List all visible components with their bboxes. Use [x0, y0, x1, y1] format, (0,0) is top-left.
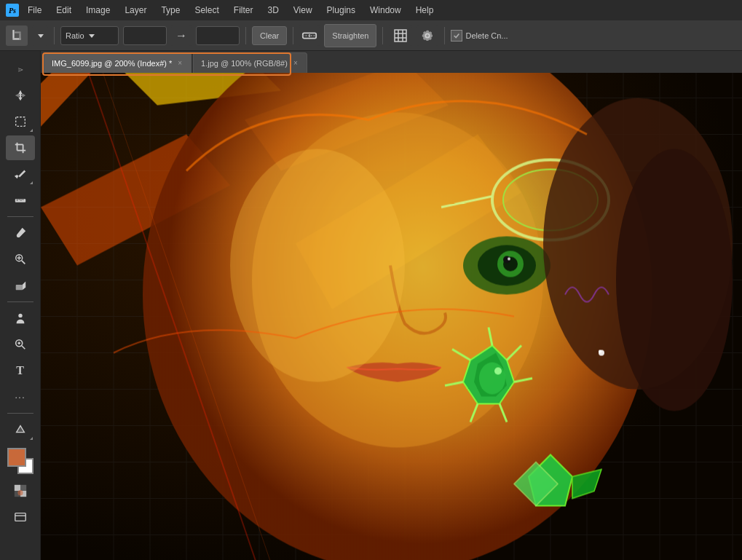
- screen-mode-btn[interactable]: [6, 505, 35, 529]
- crop-tool-btn[interactable]: [6, 25, 28, 46]
- canvas-content: [41, 73, 742, 560]
- svg-rect-36: [14, 485, 20, 491]
- menu-file[interactable]: File: [22, 4, 47, 17]
- marquee-tool[interactable]: [6, 109, 35, 134]
- menu-type[interactable]: Type: [155, 4, 186, 17]
- separator-5: [444, 27, 445, 44]
- svg-rect-10: [395, 30, 406, 42]
- tab-1jpg-close[interactable]: ×: [292, 58, 299, 68]
- svg-point-95: [494, 368, 502, 375]
- svg-rect-37: [20, 485, 26, 491]
- menu-help[interactable]: Help: [410, 4, 440, 17]
- menu-edit[interactable]: Edit: [50, 4, 77, 17]
- svg-rect-29: [15, 285, 22, 290]
- more-tools[interactable]: ···: [6, 384, 35, 409]
- separator-1: [54, 27, 55, 44]
- eyedropper-tool[interactable]: [6, 162, 35, 186]
- delete-content-label: Delete Cn...: [465, 31, 508, 40]
- tab-bar: IMG_6099.jpg @ 200% (Index#) * × 1.jpg @…: [41, 51, 742, 73]
- svg-line-33: [21, 346, 25, 350]
- level-icon-btn[interactable]: [299, 25, 320, 46]
- grid-overlay-btn[interactable]: [389, 25, 412, 46]
- width-input[interactable]: [123, 26, 167, 45]
- main-area: ⋗: [0, 51, 742, 560]
- svg-rect-2: [19, 33, 20, 39]
- svg-point-27: [17, 235, 20, 238]
- tab-1jpg-label: 1.jpg @ 100% (RGB/8#): [201, 59, 288, 68]
- svg-rect-41: [15, 513, 25, 521]
- svg-point-88: [508, 258, 510, 261]
- brush-tool[interactable]: [6, 221, 35, 245]
- crop-options-dropdown[interactable]: [32, 25, 48, 46]
- color-swatches: [7, 448, 33, 474]
- zoom-tool[interactable]: [6, 332, 35, 357]
- menu-view[interactable]: View: [288, 4, 318, 17]
- svg-rect-17: [15, 117, 25, 127]
- left-toolbar: ⋗: [0, 51, 41, 560]
- tool-separator-2: [7, 301, 33, 302]
- crop-tool[interactable]: [6, 135, 35, 160]
- straighten-button[interactable]: Straighten: [324, 24, 376, 47]
- canvas-svg: [41, 73, 742, 560]
- menu-select[interactable]: Select: [189, 4, 224, 17]
- tab-img6099[interactable]: IMG_6099.jpg @ 200% (Index#) * ×: [44, 52, 192, 73]
- svg-point-108: [230, 149, 405, 382]
- delete-content-checkbox[interactable]: [451, 30, 462, 42]
- canvas-area: IMG_6099.jpg @ 200% (Index#) * × 1.jpg @…: [41, 51, 742, 560]
- svg-marker-4: [38, 34, 44, 38]
- eraser-tool[interactable]: [6, 273, 35, 298]
- tab-1jpg[interactable]: 1.jpg @ 100% (RGB/8#) ×: [193, 52, 307, 73]
- ratio-dropdown[interactable]: Ratio: [60, 26, 119, 45]
- svg-rect-3: [15, 31, 21, 33]
- clear-button[interactable]: Clear: [252, 26, 287, 45]
- options-toolbar: Ratio → Clear Straighten: [0, 20, 742, 51]
- delete-content-area: Delete Cn...: [451, 30, 508, 42]
- tab-img6099-label: IMG_6099.jpg @ 200% (Index#) *: [52, 59, 172, 68]
- separator-3: [293, 27, 293, 44]
- fg-color-swatch[interactable]: [7, 448, 26, 467]
- move-tool[interactable]: [6, 83, 35, 108]
- tab-img6099-close[interactable]: ×: [176, 58, 183, 68]
- quick-mask-btn[interactable]: [6, 478, 35, 503]
- height-input[interactable]: [196, 26, 240, 45]
- svg-point-110: [599, 350, 601, 353]
- ruler-tool[interactable]: [6, 188, 35, 213]
- tool-separator-1: [7, 216, 33, 217]
- svg-rect-0: [12, 30, 14, 38]
- toolbar-expand-btn[interactable]: ⋗: [0, 57, 40, 82]
- svg-rect-22: [15, 199, 25, 202]
- menu-plugins[interactable]: Plugins: [321, 4, 361, 17]
- menu-image[interactable]: Image: [80, 4, 116, 17]
- app-icon: Ps: [6, 4, 19, 17]
- swap-arrow[interactable]: →: [171, 25, 192, 46]
- svg-point-107: [616, 149, 733, 411]
- svg-point-40: [17, 490, 23, 495]
- object-selection-tool[interactable]: [6, 306, 35, 331]
- menu-3d[interactable]: 3D: [261, 4, 284, 17]
- menu-bar: Ps File Edit Image Layer Type Select Fil…: [0, 0, 742, 20]
- text-tool[interactable]: T: [6, 358, 35, 383]
- svg-marker-30: [22, 282, 25, 291]
- menu-window[interactable]: Window: [364, 4, 407, 17]
- menu-layer[interactable]: Layer: [119, 4, 152, 17]
- svg-point-94: [479, 363, 505, 395]
- svg-point-31: [18, 314, 22, 318]
- svg-marker-5: [89, 34, 95, 38]
- canvas-bg: [41, 73, 742, 560]
- tool-separator-3: [7, 413, 33, 414]
- separator-4: [382, 27, 383, 44]
- shapes-tool[interactable]: [6, 417, 35, 442]
- separator-2: [245, 27, 246, 44]
- settings-button[interactable]: [417, 25, 438, 46]
- menu-filter[interactable]: Filter: [228, 4, 259, 17]
- clone-stamp-tool[interactable]: [6, 247, 35, 272]
